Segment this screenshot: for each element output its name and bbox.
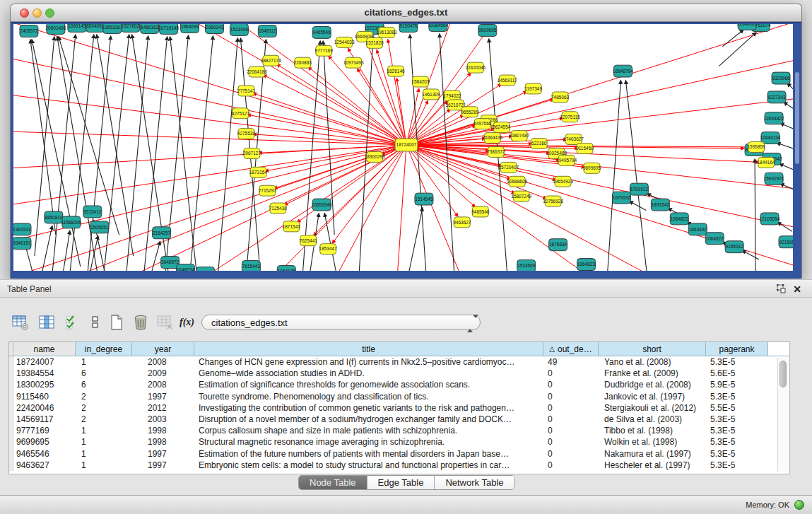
graph-node[interactable]: 10653287: [102, 24, 122, 33]
graph-node[interactable]: 9777169: [315, 45, 334, 56]
graph-node[interactable]: 10807487: [509, 131, 529, 141]
graph-node[interactable]: 7125430: [269, 203, 288, 214]
graph-node[interactable]: 22064186: [247, 66, 267, 77]
graph-node[interactable]: 1069143: [68, 24, 86, 32]
graph-node[interactable]: 1891542: [651, 199, 669, 211]
graph-node[interactable]: 19495794: [556, 155, 577, 165]
graph-node[interactable]: 15932971: [764, 173, 784, 185]
graph-node[interactable]: 10688609: [507, 176, 527, 187]
graph-node[interactable]: 1527602: [122, 24, 140, 32]
graph-node[interactable]: 2405572: [20, 25, 38, 37]
graph-node[interactable]: 1961309: [422, 89, 440, 100]
graph-node[interactable]: 9315412: [83, 206, 102, 218]
table-row[interactable]: 1872400712008Changes of HCN gene express…: [9, 356, 789, 368]
graph-node[interactable]: 1505051: [90, 221, 109, 233]
column-header-year[interactable]: year: [132, 342, 194, 356]
graph-node[interactable]: 10719145: [158, 24, 179, 34]
table-row[interactable]: 1938455462009Genome–wide association stu…: [9, 368, 789, 379]
graph-node[interactable]: 9227343: [767, 91, 786, 103]
graph-node[interactable]: 7615443: [242, 261, 260, 271]
close-panel-icon[interactable]: ✕: [791, 283, 804, 296]
graph-node[interactable]: 14569117: [498, 75, 518, 86]
graph-node[interactable]: 1514509: [517, 260, 536, 271]
graph-node[interactable]: 1514545: [415, 193, 433, 205]
graph-node[interactable]: 2164257: [153, 227, 171, 239]
graph-hub-node[interactable]: 18724007: [395, 139, 418, 151]
graph-node[interactable]: 12544033: [334, 37, 355, 47]
citation-graph[interactable]: 2405572206914061069143850406110653287152…: [13, 24, 793, 271]
table-row[interactable]: 977716911998Corpus callosum shape and si…: [9, 425, 789, 436]
table-row[interactable]: 1830029562008Estimation of significance …: [9, 379, 789, 390]
graph-node[interactable]: 1964125: [277, 266, 295, 271]
delete-icon[interactable]: [131, 313, 150, 332]
table-row[interactable]: 969969511998Structural magnetic resonanc…: [9, 436, 789, 448]
graph-node[interactable]: 6497568: [473, 119, 492, 129]
function-builder-icon[interactable]: f(x): [180, 313, 198, 332]
graph-node[interactable]: 9655289: [461, 107, 479, 117]
column-header-in-degree[interactable]: in_degree: [76, 342, 132, 356]
graph-node[interactable]: 1626146: [387, 66, 405, 76]
graph-node[interactable]: 10756928: [543, 196, 563, 206]
graph-node[interactable]: 1321820: [365, 37, 384, 48]
graph-node[interactable]: 7485063: [551, 92, 570, 103]
graph-node[interactable]: 7625441: [300, 235, 318, 246]
graph-node[interactable]: 19384554: [428, 24, 448, 31]
graph-node[interactable]: 12975115: [560, 112, 580, 122]
table-row[interactable]: 1456911722003Disruption of a novel membe…: [9, 414, 789, 425]
scrollbar-thumb[interactable]: [779, 361, 787, 387]
float-panel-icon[interactable]: [775, 283, 788, 296]
graph-node[interactable]: 10973493: [343, 57, 364, 68]
graph-node[interactable]: 22420046: [465, 62, 486, 73]
graph-node[interactable]: 26364436: [482, 133, 502, 144]
graph-node[interactable]: 9329966: [772, 72, 790, 84]
network-vertical-scrollbar[interactable]: [795, 72, 799, 164]
graph-node[interactable]: 4275127: [232, 108, 250, 119]
graph-node[interactable]: 9699695: [478, 24, 497, 36]
table-settings-icon[interactable]: [11, 313, 30, 332]
network-canvas[interactable]: 2405572206914061069143850406110653287152…: [13, 24, 793, 271]
graph-node[interactable]: 1853447: [319, 244, 338, 255]
table-row[interactable]: 2242004622012Investigating the contribut…: [9, 402, 789, 414]
graph-node[interactable]: 19654923: [553, 176, 573, 187]
column-header-title[interactable]: title: [194, 342, 543, 356]
column-header-pagerank[interactable]: pagerank: [706, 342, 768, 356]
graph-node[interactable]: 7386372: [487, 147, 505, 158]
graph-node[interactable]: 2967127: [243, 148, 261, 158]
column-header-short[interactable]: short: [599, 342, 706, 356]
graph-node[interactable]: 1679192: [612, 192, 630, 204]
graph-node[interactable]: 11568295: [61, 216, 82, 228]
graph-node[interactable]: 1871543: [283, 221, 301, 232]
column-header-name[interactable]: name: [13, 342, 76, 356]
graph-node[interactable]: 1648234: [177, 264, 195, 271]
graph-node[interactable]: 1875634: [549, 239, 567, 251]
new-document-icon[interactable]: [107, 313, 126, 332]
graph-node[interactable]: 1595859: [747, 142, 765, 153]
graph-node[interactable]: 18827174: [261, 55, 281, 66]
graph-node[interactable]: 7715297: [259, 185, 277, 196]
column-header-out-degree[interactable]: △out_de…: [543, 342, 599, 356]
graph-node[interactable]: 9346151: [13, 238, 31, 250]
graph-node[interactable]: 1873154: [249, 167, 268, 177]
graph-node[interactable]: 9245012: [725, 241, 743, 253]
graph-node[interactable]: 1197349: [524, 83, 542, 94]
window-titlebar[interactable]: citations_edges.txt: [11, 4, 801, 22]
graph-node[interactable]: 1875023: [196, 267, 215, 271]
graph-node[interactable]: 1064522: [705, 233, 724, 245]
graph-node[interactable]: 11548081: [737, 24, 758, 30]
graph-node[interactable]: 1844164: [757, 157, 775, 168]
graph-node[interactable]: 1523446: [230, 24, 248, 35]
graph-node[interactable]: 8130476: [399, 24, 418, 32]
graph-node[interactable]: 9463627: [453, 217, 471, 228]
tab-edge-table[interactable]: Edge Table: [367, 476, 435, 489]
select-columns-icon[interactable]: [37, 313, 56, 332]
memory-ok-indicator[interactable]: [794, 500, 804, 510]
graph-node[interactable]: 9465546: [312, 26, 331, 38]
graph-node[interactable]: 1853442: [688, 223, 707, 235]
graph-node[interactable]: 6466162: [141, 24, 159, 33]
graph-node[interactable]: 6791912: [630, 183, 648, 195]
graph-node[interactable]: 9699695: [583, 163, 601, 173]
graph-node[interactable]: 622160: [531, 139, 547, 149]
select-rows-icon[interactable]: [64, 313, 82, 332]
graph-node[interactable]: 20653346: [312, 199, 332, 211]
graph-node[interactable]: 4275530: [237, 129, 256, 139]
